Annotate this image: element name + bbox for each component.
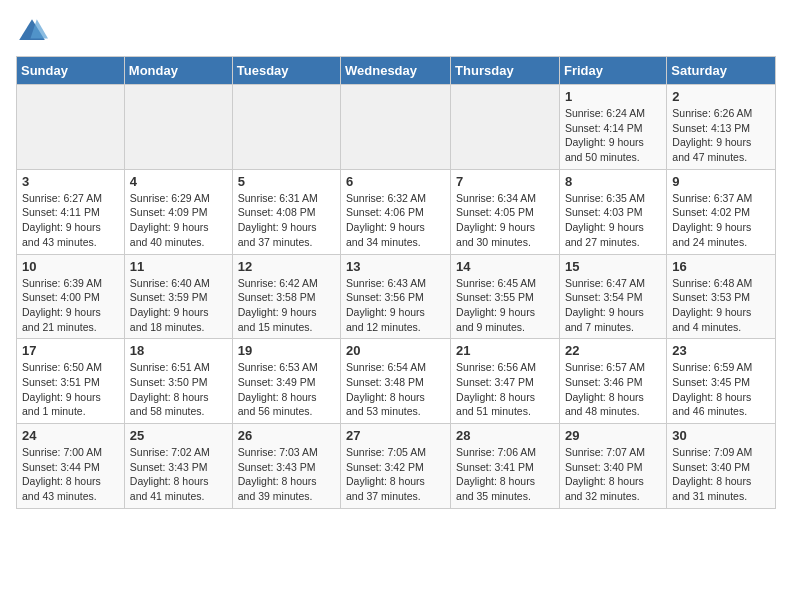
header-row: SundayMondayTuesdayWednesdayThursdayFrid… <box>17 57 776 85</box>
header-day-sunday: Sunday <box>17 57 125 85</box>
day-info: Sunrise: 6:27 AM Sunset: 4:11 PM Dayligh… <box>22 191 119 250</box>
day-info: Sunrise: 6:48 AM Sunset: 3:53 PM Dayligh… <box>672 276 770 335</box>
day-number: 15 <box>565 259 661 274</box>
day-number: 24 <box>22 428 119 443</box>
calendar-header: SundayMondayTuesdayWednesdayThursdayFrid… <box>17 57 776 85</box>
calendar-body: 1Sunrise: 6:24 AM Sunset: 4:14 PM Daylig… <box>17 85 776 509</box>
day-info: Sunrise: 7:03 AM Sunset: 3:43 PM Dayligh… <box>238 445 335 504</box>
day-info: Sunrise: 6:59 AM Sunset: 3:45 PM Dayligh… <box>672 360 770 419</box>
day-number: 16 <box>672 259 770 274</box>
calendar: SundayMondayTuesdayWednesdayThursdayFrid… <box>16 56 776 509</box>
week-row-5: 24Sunrise: 7:00 AM Sunset: 3:44 PM Dayli… <box>17 424 776 509</box>
day-info: Sunrise: 6:32 AM Sunset: 4:06 PM Dayligh… <box>346 191 445 250</box>
week-row-2: 3Sunrise: 6:27 AM Sunset: 4:11 PM Daylig… <box>17 169 776 254</box>
day-cell <box>451 85 560 170</box>
day-cell: 28Sunrise: 7:06 AM Sunset: 3:41 PM Dayli… <box>451 424 560 509</box>
week-row-3: 10Sunrise: 6:39 AM Sunset: 4:00 PM Dayli… <box>17 254 776 339</box>
day-number: 18 <box>130 343 227 358</box>
day-number: 30 <box>672 428 770 443</box>
day-cell: 9Sunrise: 6:37 AM Sunset: 4:02 PM Daylig… <box>667 169 776 254</box>
day-info: Sunrise: 7:09 AM Sunset: 3:40 PM Dayligh… <box>672 445 770 504</box>
day-number: 14 <box>456 259 554 274</box>
day-cell: 12Sunrise: 6:42 AM Sunset: 3:58 PM Dayli… <box>232 254 340 339</box>
day-info: Sunrise: 6:43 AM Sunset: 3:56 PM Dayligh… <box>346 276 445 335</box>
day-info: Sunrise: 6:56 AM Sunset: 3:47 PM Dayligh… <box>456 360 554 419</box>
header-day-tuesday: Tuesday <box>232 57 340 85</box>
day-number: 5 <box>238 174 335 189</box>
day-cell <box>232 85 340 170</box>
day-number: 17 <box>22 343 119 358</box>
day-number: 10 <box>22 259 119 274</box>
day-info: Sunrise: 6:40 AM Sunset: 3:59 PM Dayligh… <box>130 276 227 335</box>
day-number: 1 <box>565 89 661 104</box>
day-number: 26 <box>238 428 335 443</box>
day-cell: 13Sunrise: 6:43 AM Sunset: 3:56 PM Dayli… <box>341 254 451 339</box>
day-cell: 6Sunrise: 6:32 AM Sunset: 4:06 PM Daylig… <box>341 169 451 254</box>
header-day-thursday: Thursday <box>451 57 560 85</box>
day-number: 25 <box>130 428 227 443</box>
day-number: 6 <box>346 174 445 189</box>
day-number: 2 <box>672 89 770 104</box>
day-cell: 8Sunrise: 6:35 AM Sunset: 4:03 PM Daylig… <box>559 169 666 254</box>
day-number: 3 <box>22 174 119 189</box>
day-cell: 26Sunrise: 7:03 AM Sunset: 3:43 PM Dayli… <box>232 424 340 509</box>
header-day-monday: Monday <box>124 57 232 85</box>
logo-icon <box>16 16 48 48</box>
day-cell: 5Sunrise: 6:31 AM Sunset: 4:08 PM Daylig… <box>232 169 340 254</box>
day-cell: 20Sunrise: 6:54 AM Sunset: 3:48 PM Dayli… <box>341 339 451 424</box>
day-info: Sunrise: 7:00 AM Sunset: 3:44 PM Dayligh… <box>22 445 119 504</box>
day-number: 9 <box>672 174 770 189</box>
day-cell: 10Sunrise: 6:39 AM Sunset: 4:00 PM Dayli… <box>17 254 125 339</box>
day-info: Sunrise: 7:02 AM Sunset: 3:43 PM Dayligh… <box>130 445 227 504</box>
logo <box>16 16 52 48</box>
day-cell: 30Sunrise: 7:09 AM Sunset: 3:40 PM Dayli… <box>667 424 776 509</box>
day-info: Sunrise: 6:37 AM Sunset: 4:02 PM Dayligh… <box>672 191 770 250</box>
day-number: 27 <box>346 428 445 443</box>
day-cell: 23Sunrise: 6:59 AM Sunset: 3:45 PM Dayli… <box>667 339 776 424</box>
week-row-4: 17Sunrise: 6:50 AM Sunset: 3:51 PM Dayli… <box>17 339 776 424</box>
day-info: Sunrise: 6:35 AM Sunset: 4:03 PM Dayligh… <box>565 191 661 250</box>
day-cell: 29Sunrise: 7:07 AM Sunset: 3:40 PM Dayli… <box>559 424 666 509</box>
day-cell: 18Sunrise: 6:51 AM Sunset: 3:50 PM Dayli… <box>124 339 232 424</box>
day-cell: 19Sunrise: 6:53 AM Sunset: 3:49 PM Dayli… <box>232 339 340 424</box>
day-cell: 24Sunrise: 7:00 AM Sunset: 3:44 PM Dayli… <box>17 424 125 509</box>
day-info: Sunrise: 6:57 AM Sunset: 3:46 PM Dayligh… <box>565 360 661 419</box>
day-cell <box>17 85 125 170</box>
day-number: 22 <box>565 343 661 358</box>
day-number: 12 <box>238 259 335 274</box>
day-number: 8 <box>565 174 661 189</box>
day-cell: 21Sunrise: 6:56 AM Sunset: 3:47 PM Dayli… <box>451 339 560 424</box>
day-cell: 15Sunrise: 6:47 AM Sunset: 3:54 PM Dayli… <box>559 254 666 339</box>
day-cell: 3Sunrise: 6:27 AM Sunset: 4:11 PM Daylig… <box>17 169 125 254</box>
day-info: Sunrise: 6:24 AM Sunset: 4:14 PM Dayligh… <box>565 106 661 165</box>
day-info: Sunrise: 7:06 AM Sunset: 3:41 PM Dayligh… <box>456 445 554 504</box>
header-day-saturday: Saturday <box>667 57 776 85</box>
day-cell: 2Sunrise: 6:26 AM Sunset: 4:13 PM Daylig… <box>667 85 776 170</box>
day-info: Sunrise: 6:34 AM Sunset: 4:05 PM Dayligh… <box>456 191 554 250</box>
day-info: Sunrise: 7:07 AM Sunset: 3:40 PM Dayligh… <box>565 445 661 504</box>
day-number: 7 <box>456 174 554 189</box>
day-info: Sunrise: 6:39 AM Sunset: 4:00 PM Dayligh… <box>22 276 119 335</box>
day-cell: 27Sunrise: 7:05 AM Sunset: 3:42 PM Dayli… <box>341 424 451 509</box>
day-number: 11 <box>130 259 227 274</box>
day-info: Sunrise: 7:05 AM Sunset: 3:42 PM Dayligh… <box>346 445 445 504</box>
day-cell: 22Sunrise: 6:57 AM Sunset: 3:46 PM Dayli… <box>559 339 666 424</box>
day-number: 28 <box>456 428 554 443</box>
day-info: Sunrise: 6:50 AM Sunset: 3:51 PM Dayligh… <box>22 360 119 419</box>
day-info: Sunrise: 6:47 AM Sunset: 3:54 PM Dayligh… <box>565 276 661 335</box>
day-info: Sunrise: 6:51 AM Sunset: 3:50 PM Dayligh… <box>130 360 227 419</box>
day-number: 23 <box>672 343 770 358</box>
day-info: Sunrise: 6:29 AM Sunset: 4:09 PM Dayligh… <box>130 191 227 250</box>
day-number: 21 <box>456 343 554 358</box>
day-info: Sunrise: 6:26 AM Sunset: 4:13 PM Dayligh… <box>672 106 770 165</box>
day-info: Sunrise: 6:42 AM Sunset: 3:58 PM Dayligh… <box>238 276 335 335</box>
day-info: Sunrise: 6:53 AM Sunset: 3:49 PM Dayligh… <box>238 360 335 419</box>
day-number: 20 <box>346 343 445 358</box>
day-cell <box>341 85 451 170</box>
day-number: 4 <box>130 174 227 189</box>
day-cell: 17Sunrise: 6:50 AM Sunset: 3:51 PM Dayli… <box>17 339 125 424</box>
day-cell: 25Sunrise: 7:02 AM Sunset: 3:43 PM Dayli… <box>124 424 232 509</box>
day-info: Sunrise: 6:31 AM Sunset: 4:08 PM Dayligh… <box>238 191 335 250</box>
page-header <box>16 16 776 48</box>
week-row-1: 1Sunrise: 6:24 AM Sunset: 4:14 PM Daylig… <box>17 85 776 170</box>
